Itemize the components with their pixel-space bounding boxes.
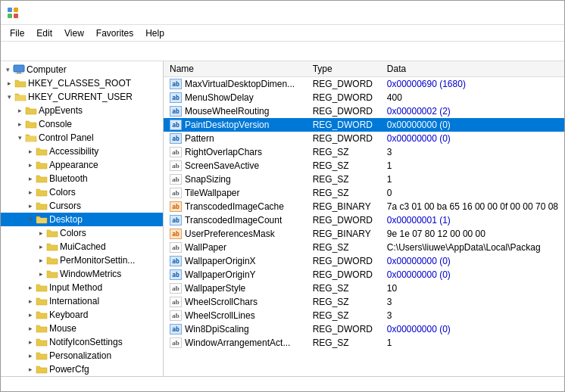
table-row[interactable]: abWallpaperOriginY REG_DWORD 0x00000000 …: [164, 268, 564, 282]
expand-icon[interactable]: ▾: [4, 92, 14, 102]
menu-file[interactable]: File: [4, 26, 30, 40]
tree-node-console[interactable]: ▸ Console: [1, 117, 163, 131]
node-label: Input Method: [49, 282, 102, 293]
menu-edit[interactable]: Edit: [30, 26, 58, 40]
expand-icon[interactable]: ▸: [14, 105, 25, 116]
expand-icon[interactable]: ▸: [14, 119, 25, 129]
expand-icon[interactable]: ▸: [25, 310, 36, 320]
expand-icon[interactable]: ▸: [36, 241, 46, 252]
expand-icon[interactable]: ▸: [36, 228, 46, 238]
table-row[interactable]: abRightOverlapChars REG_SZ 3: [164, 145, 564, 159]
expand-icon[interactable]: ▸: [25, 350, 36, 361]
tree-node-mouse[interactable]: ▸ Mouse: [1, 322, 163, 335]
cell-type: REG_SZ: [307, 336, 381, 350]
expand-icon[interactable]: ▸: [36, 269, 46, 279]
table-row[interactable]: abSnapSizing REG_SZ 1: [164, 173, 564, 186]
maximize-button[interactable]: [487, 2, 522, 24]
expand-icon[interactable]: ▸: [25, 173, 36, 184]
table-row[interactable]: abTranscodedImageCount REG_DWORD 0x00000…: [164, 213, 564, 227]
menu-view[interactable]: View: [58, 26, 90, 40]
tree-node-permonitor[interactable]: ▸ PerMonitorSettin...: [1, 254, 163, 267]
tree-node-powercfg[interactable]: ▸ PowerCfg: [1, 362, 163, 376]
tree-node-international[interactable]: ▸ International: [1, 294, 163, 308]
cell-name: abWallPaper: [164, 241, 307, 254]
cell-data: 3: [381, 309, 564, 322]
menu-favorites[interactable]: Favorites: [90, 26, 139, 40]
tree-node-muicached[interactable]: ▸ MuiCached: [1, 240, 163, 254]
window-controls: [451, 2, 558, 24]
table-row[interactable]: abPattern REG_DWORD 0x00000000 (0): [164, 132, 564, 145]
sz-icon: ab: [170, 310, 182, 321]
cell-data: 400: [381, 91, 564, 104]
table-row[interactable]: abWin8DpiScaling REG_DWORD 0x00000000 (0…: [164, 322, 564, 336]
tree-node-appearance[interactable]: ▸ Appearance: [1, 158, 163, 172]
detail-panel[interactable]: Name Type Data abMaxVirtualDesktopDimen.…: [164, 61, 564, 376]
table-row[interactable]: abWindowArrangementAct... REG_SZ 1: [164, 336, 564, 350]
expand-icon[interactable]: ▸: [25, 296, 36, 306]
dword-icon: ab: [170, 79, 182, 89]
binary-icon: ab: [170, 229, 182, 239]
close-button[interactable]: [523, 2, 558, 24]
tree-node-appevents[interactable]: ▸ AppEvents: [1, 104, 163, 117]
svg-rect-2: [8, 14, 12, 18]
expand-icon[interactable]: ▾: [14, 132, 25, 143]
table-row[interactable]: abUserPreferencesMask REG_BINARY 9e 1e 0…: [164, 227, 564, 241]
tree-panel[interactable]: ▾ Computer▸ HKEY_CLASSES_ROOT▾ HKEY_CURR…: [1, 61, 164, 376]
tree-node-bluetooth[interactable]: ▸ Bluetooth: [1, 172, 163, 185]
table-row[interactable]: abWallpaperOriginX REG_DWORD 0x00000000 …: [164, 254, 564, 268]
cell-name: abWindowArrangementAct...: [164, 336, 307, 350]
table-row[interactable]: abPaintDesktopVersion REG_DWORD 0x000000…: [164, 118, 564, 132]
tree-node-hkcu[interactable]: ▾ HKEY_CURRENT_USER: [1, 90, 163, 104]
tree-node-computer[interactable]: ▾ Computer: [1, 63, 163, 76]
expand-icon[interactable]: ▾: [2, 64, 13, 75]
table-row[interactable]: abWallpaperStyle REG_SZ 10: [164, 282, 564, 295]
minimize-button[interactable]: [451, 2, 485, 24]
node-label: Accessibility: [49, 146, 98, 157]
node-label: HKEY_CURRENT_USER: [28, 92, 133, 102]
tree-node-accessibility[interactable]: ▸ Accessibility: [1, 145, 163, 158]
tree-node-hkcr[interactable]: ▸ HKEY_CLASSES_ROOT: [1, 76, 163, 90]
node-label: Computer: [27, 64, 67, 75]
node-label: Bluetooth: [49, 173, 88, 184]
table-row[interactable]: abTranscodedImageCache REG_BINARY 7a c3 …: [164, 200, 564, 213]
expand-icon[interactable]: ▸: [25, 160, 36, 170]
tree-node-colors[interactable]: ▸ Colors: [1, 185, 163, 199]
tree-node-windowmetrics[interactable]: ▸ WindowMetrics: [1, 267, 163, 281]
cell-data: 10: [381, 282, 564, 295]
tree-node-notifyiconsettings[interactable]: ▸ NotifyIconSettings: [1, 335, 163, 349]
tree-node-desktopcolors[interactable]: ▸ Colors: [1, 226, 163, 240]
tree-node-controlpanel[interactable]: ▾ Control Panel: [1, 131, 163, 145]
menu-help[interactable]: Help: [139, 26, 170, 40]
node-label: MuiCached: [60, 241, 106, 252]
expand-icon[interactable]: ▸: [25, 364, 36, 375]
table-row[interactable]: abWallPaper REG_SZ C:\Users\liuwe\AppDat…: [164, 241, 564, 254]
expand-icon[interactable]: ▸: [4, 78, 14, 89]
table-row[interactable]: abScreenSaveActive REG_SZ 1: [164, 159, 564, 173]
node-label: PerMonitorSettin...: [60, 255, 135, 266]
expand-icon[interactable]: ▸: [25, 187, 36, 198]
expand-icon[interactable]: ▸: [25, 337, 36, 347]
cell-type: REG_DWORD: [307, 91, 381, 104]
tree-node-keyboard[interactable]: ▸ Keyboard: [1, 308, 163, 322]
tree-node-cursors[interactable]: ▸ Cursors: [1, 199, 163, 213]
expand-icon[interactable]: ▸: [36, 255, 46, 266]
cell-data: 0x00000000 (0): [381, 322, 564, 336]
expand-icon[interactable]: ▸: [25, 282, 36, 293]
tree-node-desktop[interactable]: ▾ Desktop: [1, 213, 163, 226]
expand-icon[interactable]: ▸: [25, 201, 36, 211]
table-row[interactable]: abMouseWheelRouting REG_DWORD 0x00000002…: [164, 104, 564, 118]
node-label: HKEY_CLASSES_ROOT: [28, 78, 131, 89]
table-row[interactable]: abMaxVirtualDesktopDimen... REG_DWORD 0x…: [164, 77, 564, 92]
table-row[interactable]: abTileWallpaper REG_SZ 0: [164, 186, 564, 200]
expand-icon[interactable]: ▾: [25, 214, 36, 225]
expand-icon[interactable]: ▸: [25, 146, 36, 157]
cell-name: abMaxVirtualDesktopDimen...: [164, 77, 307, 92]
expand-icon[interactable]: ▸: [25, 323, 36, 334]
tree-node-inputmethod[interactable]: ▸ Input Method: [1, 281, 163, 294]
table-row[interactable]: abWheelScrollChars REG_SZ 3: [164, 295, 564, 309]
table-row[interactable]: abMenuShowDelay REG_DWORD 400: [164, 91, 564, 104]
cell-name: abTranscodedImageCount: [164, 213, 307, 227]
table-row[interactable]: abWheelScrollLines REG_SZ 3: [164, 309, 564, 322]
tree-node-personalization[interactable]: ▸ Personalization: [1, 349, 163, 362]
col-data: Data: [381, 61, 564, 77]
